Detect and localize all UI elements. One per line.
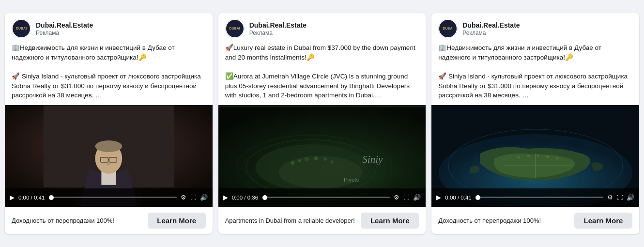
svg-point-29 bbox=[546, 155, 549, 158]
svg-point-12 bbox=[278, 156, 362, 188]
fullscreen-icon[interactable]: ⛶ bbox=[190, 194, 196, 201]
video-thumbnail[interactable]: 0:00 / 0:41 ⚙ ⛶ 🔊 bbox=[5, 105, 213, 207]
time-display: 0:00 / 0:36 bbox=[232, 195, 261, 201]
card-text: 🚀Luxury real estate in Dubai from $37.00… bbox=[225, 43, 419, 100]
brand-name: Dubai.Real.Estate bbox=[462, 21, 520, 30]
card-header: DUBAI Dubai.Real.Estate Реклама bbox=[5, 13, 213, 42]
svg-point-5 bbox=[95, 140, 122, 152]
play-button[interactable] bbox=[436, 194, 441, 201]
progress-thumb bbox=[262, 195, 267, 200]
svg-point-20 bbox=[330, 160, 334, 164]
learn-more-button[interactable]: Learn More bbox=[148, 213, 206, 229]
svg-point-17 bbox=[304, 157, 309, 162]
svg-point-18 bbox=[314, 156, 318, 160]
header-text: Dubai.Real.Estate Реклама bbox=[462, 21, 520, 36]
cards-container: DUBAI Dubai.Real.Estate Реклама 🏢Недвижи… bbox=[5, 13, 639, 233]
ad-card-1: DUBAI Dubai.Real.Estate Реклама 🏢Недвижи… bbox=[5, 13, 213, 233]
card-footer: Доходность от перепродажи 100%! Learn Mo… bbox=[5, 207, 213, 234]
settings-icon[interactable]: ⚙ bbox=[607, 194, 613, 201]
brand-logo: DUBAI bbox=[438, 19, 458, 38]
ad-label: Реклама bbox=[249, 30, 307, 36]
settings-icon[interactable]: ⚙ bbox=[181, 194, 186, 201]
card-text: 🏢Недвижимость для жизни и инвестиций в Д… bbox=[438, 43, 632, 100]
play-button[interactable] bbox=[223, 194, 228, 201]
ad-label: Реклама bbox=[36, 30, 93, 36]
card-header: DUBAI Dubai.Real.Estate Реклама bbox=[431, 13, 639, 42]
progress-thumb bbox=[475, 195, 480, 200]
header-text: Dubai.Real.Estate Реклама bbox=[249, 21, 307, 36]
svg-point-26 bbox=[517, 156, 520, 159]
svg-text:Siniy: Siniy bbox=[362, 154, 383, 165]
fullscreen-icon[interactable]: ⛶ bbox=[403, 194, 409, 201]
card-footer: Apartments in Dubai from a reliable deve… bbox=[218, 207, 426, 234]
progress-thumb bbox=[49, 195, 54, 200]
video-thumbnail[interactable]: 0:00 / 0:41 ⚙ ⛶ 🔊 bbox=[431, 105, 639, 207]
card-body: 🏢Недвижимость для жизни и инвестиций в Д… bbox=[5, 42, 213, 105]
progress-bar[interactable] bbox=[265, 197, 390, 198]
brand-name: Dubai.Real.Estate bbox=[249, 21, 307, 30]
progress-bar[interactable] bbox=[478, 197, 603, 198]
volume-icon[interactable]: 🔊 bbox=[200, 194, 208, 201]
card-body: 🚀Luxury real estate in Dubai from $37.00… bbox=[218, 42, 426, 105]
card-footer: Доходность от перепродажи 100%! Learn Mo… bbox=[431, 207, 639, 234]
svg-point-16 bbox=[298, 159, 301, 162]
ad-card-3: DUBAI Dubai.Real.Estate Реклама 🏢Недвижи… bbox=[431, 13, 639, 233]
svg-point-15 bbox=[291, 161, 294, 165]
settings-icon[interactable]: ⚙ bbox=[394, 194, 399, 201]
svg-text:Pivots: Pivots bbox=[344, 176, 359, 182]
card-text: 🏢Недвижимость для жизни и инвестиций в Д… bbox=[12, 43, 206, 100]
learn-more-button[interactable]: Learn More bbox=[574, 213, 632, 229]
footer-text: Apartments in Dubai from a reliable deve… bbox=[225, 217, 361, 224]
footer-text: Доходность от перепродажи 100%! bbox=[12, 217, 148, 224]
ad-card-2: DUBAI Dubai.Real.Estate Реклама 🚀Luxury … bbox=[218, 13, 426, 233]
svg-point-19 bbox=[323, 158, 326, 161]
header-text: Dubai.Real.Estate Реклама bbox=[36, 21, 93, 36]
play-button[interactable] bbox=[10, 194, 15, 201]
progress-bar[interactable] bbox=[51, 197, 177, 198]
card-body: 🏢Недвижимость для жизни и инвестиций в Д… bbox=[431, 42, 639, 105]
svg-point-27 bbox=[527, 154, 530, 157]
card-header: DUBAI Dubai.Real.Estate Реклама bbox=[218, 13, 426, 42]
fullscreen-icon[interactable]: ⛶ bbox=[617, 194, 623, 201]
time-display: 0:00 / 0:41 bbox=[445, 195, 474, 201]
time-display: 0:00 / 0:41 bbox=[18, 195, 47, 201]
volume-icon[interactable]: 🔊 bbox=[413, 194, 421, 201]
volume-icon[interactable]: 🔊 bbox=[627, 194, 634, 201]
svg-point-30 bbox=[556, 157, 559, 160]
ad-label: Реклама bbox=[462, 30, 520, 36]
footer-text: Доходность от перепродажи 100%! bbox=[438, 217, 574, 224]
brand-logo: DUBAI bbox=[225, 19, 245, 38]
video-thumbnail[interactable]: Siniy Pivots 0:00 / 0:36 ⚙ ⛶ 🔊 bbox=[218, 105, 426, 207]
svg-point-28 bbox=[537, 154, 539, 157]
learn-more-button[interactable]: Learn More bbox=[361, 213, 419, 229]
svg-point-9 bbox=[107, 163, 110, 165]
brand-name: Dubai.Real.Estate bbox=[36, 21, 93, 30]
brand-logo: DUBAI bbox=[12, 19, 31, 38]
